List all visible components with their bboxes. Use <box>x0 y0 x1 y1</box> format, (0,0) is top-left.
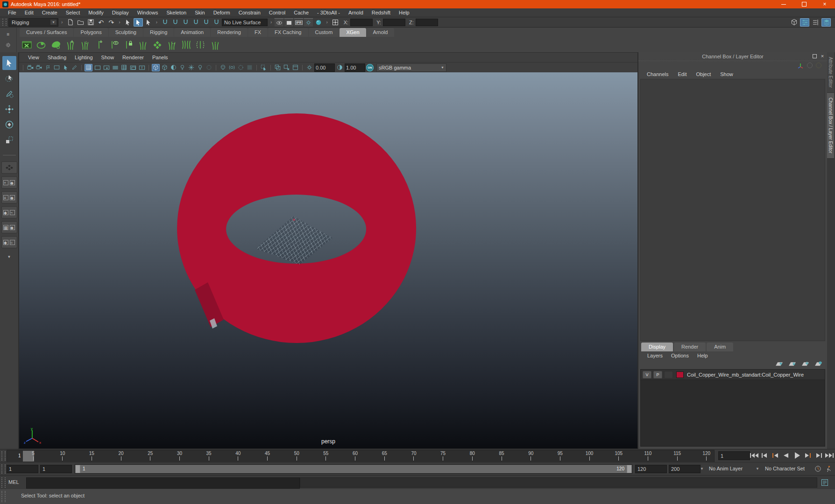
channel-box-menu-item[interactable]: Object <box>691 70 715 78</box>
render-settings-button[interactable] <box>304 18 313 27</box>
undo-button[interactable]: ↶ <box>96 18 106 27</box>
layer-editor-menu-item[interactable]: Help <box>693 352 712 359</box>
safe-action-icon[interactable] <box>129 64 137 71</box>
exposure-field[interactable] <box>314 63 335 72</box>
minimize-button[interactable] <box>780 1 787 7</box>
xgen-add-curves-icon[interactable]: + <box>64 38 77 51</box>
snap-to-point-button[interactable] <box>181 18 190 27</box>
time-slider-track[interactable]: 1 51015202530354045505560657075808590951… <box>7 450 715 462</box>
menu-item[interactable]: Arnold <box>344 9 368 16</box>
time-tick[interactable]: 85 <box>498 451 505 462</box>
isolate-select-icon[interactable] <box>246 64 254 71</box>
xgen-collection-icon[interactable] <box>50 38 63 51</box>
layer-color-swatch[interactable] <box>676 371 684 378</box>
move-tool-button[interactable] <box>2 102 16 116</box>
menu-item[interactable]: Windows <box>133 9 163 16</box>
tab-channel-box-layer-editor[interactable]: Channel Box / Layer Editor <box>827 93 834 159</box>
color-management-dropdown[interactable]: sRGB gamma▼ <box>376 63 446 72</box>
contrast-icon[interactable] <box>336 64 344 71</box>
script-editor-icon[interactable] <box>821 479 828 486</box>
use-default-material-icon[interactable] <box>219 64 227 71</box>
viewport-canvas[interactable]: × y x z persp <box>19 72 637 448</box>
ipr-render-button[interactable]: IPR <box>294 18 303 27</box>
time-tick[interactable]: 90 <box>527 451 535 462</box>
open-scene-button[interactable] <box>76 18 85 27</box>
xgen-add-guides-icon[interactable] <box>136 38 149 51</box>
snap-to-curve-button[interactable] <box>170 18 180 27</box>
close-panel-icon[interactable]: × <box>820 53 825 59</box>
time-tick[interactable]: 40 <box>234 451 242 462</box>
panel-layout-icon[interactable] <box>274 64 282 71</box>
panel-menu-item[interactable]: View <box>24 54 43 61</box>
layer-visibility-toggle[interactable]: V <box>643 371 651 378</box>
panel-menu-item[interactable]: Panels <box>148 54 172 61</box>
textured-mode-icon[interactable] <box>170 64 177 71</box>
select-by-hierarchy-button[interactable] <box>123 18 133 27</box>
select-by-component-button[interactable] <box>144 18 153 27</box>
render-current-frame-button[interactable] <box>284 18 293 27</box>
time-tick[interactable]: 20 <box>117 451 125 462</box>
xgen-region-tool-icon[interactable] <box>194 38 207 51</box>
create-empty-layer-icon[interactable] <box>801 361 809 368</box>
layout-four-pane-button[interactable]: +◆ <box>1 176 17 189</box>
time-tick[interactable]: 80 <box>468 451 476 462</box>
menu-item[interactable]: Help <box>395 9 414 16</box>
select-camera-icon[interactable] <box>26 64 34 71</box>
layout-persp-graph-button[interactable]: ◆~ <box>1 206 17 218</box>
shelf-menu-icon[interactable]: ≡ <box>7 32 10 37</box>
xgen-width-tool-icon[interactable]: ↔ <box>165 38 178 51</box>
layer-display-type-slot[interactable] <box>664 371 673 378</box>
play-backwards-button[interactable] <box>781 452 792 459</box>
color-management-toggle[interactable]: ON <box>366 64 374 71</box>
group-separator[interactable] <box>324 20 329 25</box>
rotate-tool-button[interactable] <box>2 118 16 132</box>
command-input-field[interactable] <box>26 477 300 489</box>
grease-pencil-icon[interactable] <box>71 64 78 71</box>
restore-button[interactable] <box>801 1 807 7</box>
menu-set-selector[interactable]: Rigging▼ <box>8 18 58 27</box>
menu-item[interactable]: Deform <box>209 9 234 16</box>
coordinate-input-icon[interactable] <box>331 18 340 27</box>
range-slider-bar[interactable] <box>80 465 627 473</box>
anim-layer-dropdown[interactable]: No Anim Layer <box>709 465 743 472</box>
bookmark-icon[interactable] <box>44 64 52 71</box>
wireframe-on-shaded-icon[interactable] <box>237 64 245 71</box>
xgen-attach-description-icon[interactable]: + <box>93 38 106 51</box>
time-tick[interactable]: 30 <box>176 451 183 462</box>
scale-tool-button[interactable] <box>2 133 16 147</box>
time-tick[interactable]: 50 <box>293 451 300 462</box>
live-surface-field[interactable] <box>222 19 268 26</box>
xgen-clump-tool-icon[interactable] <box>180 38 193 51</box>
y-coordinate-field[interactable] <box>383 19 405 26</box>
resolution-gate-icon[interactable] <box>102 64 110 71</box>
go-to-end-button[interactable] <box>824 452 835 459</box>
time-tick[interactable]: 35 <box>205 451 212 462</box>
chevron-down-icon[interactable]: ▼ <box>756 467 759 471</box>
safe-title-icon[interactable]: T <box>138 64 146 71</box>
tool-settings-toggle[interactable] <box>811 18 820 27</box>
two-d-pan-zoom-icon[interactable] <box>62 64 70 71</box>
layout-more-dropdown[interactable]: ▼ <box>7 255 11 259</box>
panel-layout-alt-icon[interactable] <box>283 64 290 71</box>
panel-fullscreen-icon[interactable] <box>291 64 299 71</box>
menu-item[interactable]: Control <box>265 9 290 16</box>
layer-list[interactable]: V P Coil_Copper_Wire_mb_standart:Coil_Co… <box>640 369 825 447</box>
xgen-export-curves-icon[interactable]: ↓ <box>78 38 92 51</box>
shaded-mode-icon[interactable] <box>152 64 160 71</box>
gate-mask-icon[interactable] <box>111 64 119 71</box>
time-tick[interactable]: 105 <box>615 451 623 462</box>
panel-menu-item[interactable]: Shading <box>43 54 71 61</box>
use-all-lights-icon[interactable] <box>178 64 186 71</box>
shelf-tab[interactable]: Arnold <box>367 28 395 37</box>
xgen-editor-icon[interactable] <box>21 38 34 51</box>
layer-name[interactable]: Coil_Copper_Wire_mb_standart:Coil_Copper… <box>687 372 804 378</box>
channel-box-menu-item[interactable]: Edit <box>673 70 691 78</box>
go-to-start-button[interactable] <box>749 452 759 459</box>
help-line-grip[interactable] <box>1 491 6 502</box>
animation-start-field[interactable] <box>7 465 38 473</box>
modeling-toolkit-toggle[interactable] <box>789 18 799 27</box>
snap-to-projected-center-button[interactable] <box>191 18 200 27</box>
layer-playback-toggle[interactable]: P <box>653 371 662 378</box>
layout-outliner-persp-button[interactable]: ≡◆ <box>1 191 17 203</box>
group-separator[interactable] <box>59 20 64 25</box>
